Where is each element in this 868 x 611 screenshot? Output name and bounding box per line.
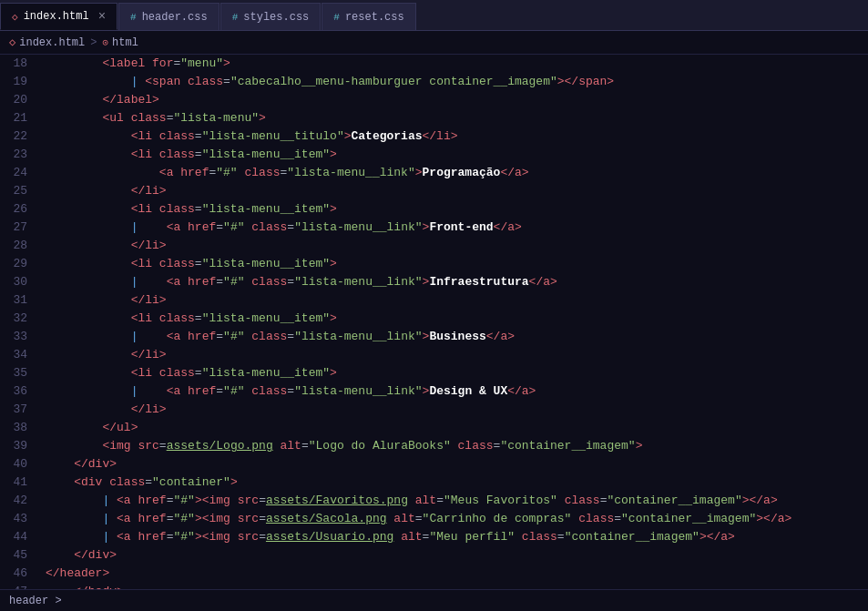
line-num-35: 35 <box>7 364 27 382</box>
code-line-34: </li> <box>46 346 868 364</box>
code-line-30: | <a href="#" class="lista-menu__link">I… <box>46 273 868 291</box>
code-line-47: </body> <box>46 583 868 589</box>
css-file-icon-2: # <box>232 12 239 23</box>
line-num-32: 32 <box>7 310 27 328</box>
html-file-icon: ◇ <box>12 11 18 23</box>
code-line-28: </li> <box>46 237 868 255</box>
code-line-41: <div class="container"> <box>46 474 868 492</box>
line-num-24: 24 <box>7 164 27 182</box>
code-line-19: | <span class="cabecalho__menu-hamburgue… <box>46 73 868 91</box>
code-line-33: | <a href="#" class="lista-menu__link">B… <box>46 328 868 346</box>
line-num-29: 29 <box>7 255 27 273</box>
code-line-44: | <a href="#"><img src=assets/Usuario.pn… <box>46 528 868 546</box>
tab-label-index-html: index.html <box>24 10 89 23</box>
breadcrumb-tag: html <box>112 36 138 49</box>
code-line-18: <label for="menu"> <box>46 55 868 73</box>
breadcrumb-tag-icon: ⊙ <box>102 36 108 48</box>
code-line-23: <li class="lista-menu__item"> <box>46 146 868 164</box>
line-num-41: 41 <box>7 474 27 492</box>
code-line-45: </div> <box>46 546 868 565</box>
line-num-33: 33 <box>7 328 27 346</box>
code-line-36: | <a href="#" class="lista-menu__link">D… <box>46 382 868 401</box>
code-line-35: <li class="lista-menu__item"> <box>46 364 868 382</box>
line-num-27: 27 <box>7 219 27 237</box>
line-num-37: 37 <box>7 401 27 419</box>
line-num-46: 46 <box>7 565 27 583</box>
code-line-26: <li class="lista-menu__item"> <box>46 200 868 219</box>
tab-bar: ◇ index.html × # header.css # styles.css… <box>0 0 868 31</box>
line-num-43: 43 <box>7 510 27 528</box>
line-num-42: 42 <box>7 492 27 510</box>
editor-container: ◇ index.html × # header.css # styles.css… <box>0 0 868 611</box>
code-line-24: <a href="#" class="lista-menu__link">Pro… <box>46 164 868 182</box>
tab-close-index-html[interactable]: × <box>98 10 106 23</box>
line-num-20: 20 <box>7 91 27 109</box>
code-line-31: </li> <box>46 291 868 310</box>
line-num-28: 28 <box>7 237 27 255</box>
code-line-22: <li class="lista-menu__titulo">Categoria… <box>46 127 868 146</box>
breadcrumb-file: index.html <box>19 36 85 49</box>
line-num-19: 19 <box>7 73 27 91</box>
code-line-25: </li> <box>46 182 868 200</box>
line-num-36: 36 <box>7 382 27 401</box>
code-line-27: | <a href="#" class="lista-menu__link">F… <box>46 219 868 237</box>
code-line-38: </ul> <box>46 419 868 437</box>
tab-label-reset-css: reset.css <box>345 11 404 24</box>
line-num-40: 40 <box>7 455 27 474</box>
code-line-21: <ul class="lista-menu"> <box>46 109 868 127</box>
code-line-37: </li> <box>46 401 868 419</box>
line-num-44: 44 <box>7 528 27 546</box>
code-line-43: | <a href="#"><img src=assets/Sacola.png… <box>46 510 868 528</box>
code-content[interactable]: <label for="menu"> | <span class="cabeca… <box>38 55 868 589</box>
line-num-23: 23 <box>7 146 27 164</box>
line-num-31: 31 <box>7 291 27 310</box>
breadcrumb-bar: ◇ index.html > ⊙ html <box>0 31 868 55</box>
status-breadcrumb: header > <box>9 595 62 607</box>
line-num-34: 34 <box>7 346 27 364</box>
tab-label-header-css: header.css <box>142 11 208 24</box>
code-line-42: | <a href="#"><img src=assets/Favoritos.… <box>46 492 868 510</box>
breadcrumb-html-icon: ◇ <box>9 36 15 49</box>
code-line-40: </div> <box>46 455 868 474</box>
line-num-39: 39 <box>7 437 27 455</box>
css-file-icon-3: # <box>333 12 340 23</box>
line-numbers: 18 19 20 21 22 23 24 25 26 27 28 29 30 3… <box>0 55 38 589</box>
css-file-icon-1: # <box>130 12 137 23</box>
tab-index-html[interactable]: ◇ index.html × <box>0 3 117 30</box>
code-line-29: <li class="lista-menu__item"> <box>46 255 868 273</box>
tab-label-styles-css: styles.css <box>243 11 309 24</box>
line-num-22: 22 <box>7 127 27 146</box>
code-area: 18 19 20 21 22 23 24 25 26 27 28 29 30 3… <box>0 55 868 589</box>
line-num-18: 18 <box>7 55 27 73</box>
code-line-39: <img src=assets/Logo.png alt="Logo do Al… <box>46 437 868 455</box>
line-num-21: 21 <box>7 109 27 127</box>
line-num-38: 38 <box>7 419 27 437</box>
status-breadcrumb-text: header > <box>9 595 62 607</box>
status-bar: header > <box>0 589 868 611</box>
code-line-32: <li class="lista-menu__item"> <box>46 310 868 328</box>
code-line-46: </header> <box>46 565 868 583</box>
line-num-26: 26 <box>7 200 27 219</box>
tab-styles-css[interactable]: # styles.css <box>220 3 322 30</box>
line-num-25: 25 <box>7 182 27 200</box>
line-num-45: 45 <box>7 546 27 565</box>
breadcrumb-sep: > <box>90 36 97 49</box>
code-line-20: </label> <box>46 91 868 109</box>
line-num-30: 30 <box>7 273 27 291</box>
tab-reset-css[interactable]: # reset.css <box>322 3 415 30</box>
line-num-47: 47 <box>7 583 27 589</box>
tab-header-css[interactable]: # header.css <box>118 3 220 30</box>
